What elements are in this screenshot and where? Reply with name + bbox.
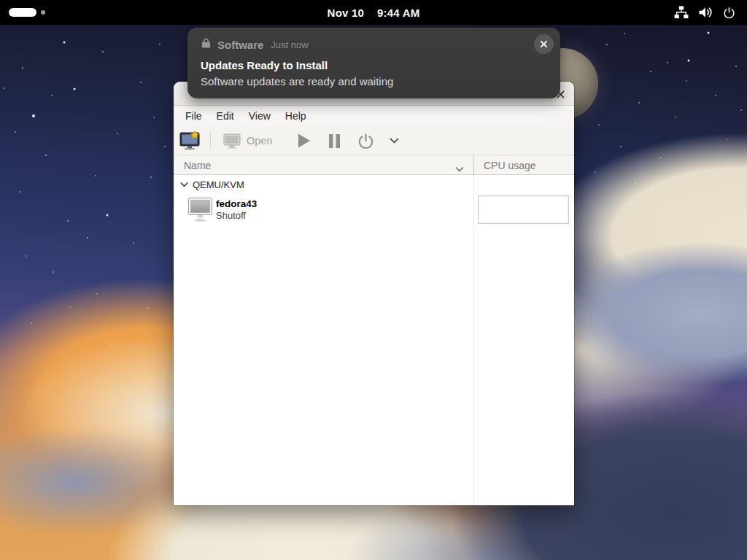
menu-bar: File Edit View Help: [174, 106, 574, 126]
sort-chevron-icon[interactable]: [455, 163, 464, 174]
power-icon[interactable]: [723, 7, 735, 19]
new-vm-button[interactable]: [179, 126, 201, 155]
shutdown-menu-button[interactable]: [390, 126, 399, 155]
vm-list: QEMU/KVM fedora43 Shutoff: [174, 175, 574, 505]
network-wired-icon[interactable]: [674, 6, 689, 19]
toolbar: Open: [174, 126, 574, 155]
vm-name: fedora43: [216, 198, 257, 209]
vm-row-fedora43[interactable]: fedora43 Shutoff: [174, 195, 473, 227]
menu-file[interactable]: File: [178, 107, 209, 125]
chevron-down-icon: [390, 138, 399, 144]
close-icon: [540, 40, 548, 48]
notification-toast[interactable]: Software Just now Updates Ready to Insta…: [187, 28, 560, 98]
top-bar: Nov 10 9:44 AM: [0, 0, 747, 25]
vm-monitor-icon: [188, 198, 212, 225]
play-icon: [297, 133, 311, 149]
column-name-label: Name: [184, 160, 211, 171]
menu-view[interactable]: View: [241, 107, 278, 125]
virtual-machine-manager-window: File Edit View Help Open: [174, 82, 574, 505]
shutdown-vm-button[interactable]: [357, 126, 374, 155]
software-bag-icon: [201, 38, 212, 52]
cpu-usage-sparkline: [478, 195, 569, 224]
notification-title: Updates Ready to Install: [201, 59, 547, 71]
menu-edit[interactable]: Edit: [209, 107, 241, 125]
pause-vm-button[interactable]: [328, 126, 341, 155]
toolbar-separator: [210, 132, 211, 149]
notification-close-button[interactable]: [534, 34, 554, 54]
column-header-name[interactable]: Name: [174, 155, 473, 175]
run-vm-button[interactable]: [297, 126, 311, 155]
column-divider: [473, 175, 474, 505]
open-vm-icon: [223, 133, 241, 149]
clock-date: Nov 10: [328, 7, 364, 19]
new-vm-icon: [179, 131, 201, 151]
notification-body: Software updates are ready and waiting: [201, 75, 547, 88]
open-button-label: Open: [247, 135, 272, 147]
clock-time: 9:44 AM: [377, 7, 419, 19]
system-status-area[interactable]: [670, 0, 740, 25]
notification-header: Software Just now: [201, 37, 547, 52]
open-vm-button[interactable]: Open: [223, 126, 272, 155]
list-header-row: Name CPU usage: [174, 155, 574, 175]
menu-help[interactable]: Help: [278, 107, 314, 125]
expander-chevron-icon[interactable]: [180, 182, 188, 187]
column-cpu-label: CPU usage: [484, 160, 536, 171]
shutdown-icon: [357, 133, 374, 149]
pause-icon: [328, 133, 341, 149]
volume-icon[interactable]: [698, 6, 713, 19]
connection-label: QEMU/KVM: [193, 179, 244, 190]
connection-row-qemu-kvm[interactable]: QEMU/KVM: [174, 176, 473, 194]
vm-status: Shutoff: [216, 210, 246, 221]
clock-button[interactable]: Nov 10 9:44 AM: [0, 0, 747, 25]
column-header-cpu[interactable]: CPU usage: [473, 155, 574, 175]
notification-app-name: Software: [217, 39, 263, 51]
notification-timestamp: Just now: [271, 39, 308, 50]
